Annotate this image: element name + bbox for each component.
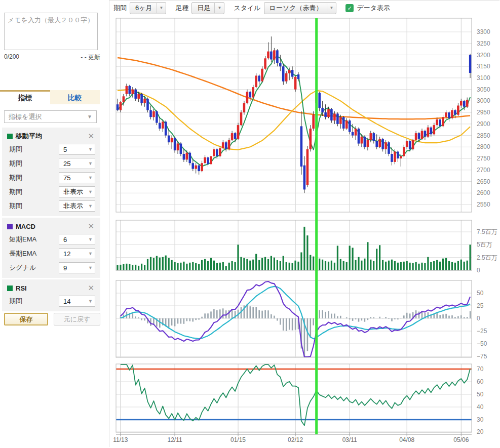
param-select[interactable]: 12 ▼ <box>59 248 95 259</box>
tab-compare[interactable]: 比較 <box>50 90 100 104</box>
param-row: 期間 5 ▼ <box>7 144 95 155</box>
svg-text:04/08: 04/08 <box>399 436 414 443</box>
indicator-card-RSI: RSI ✕ 期間 14 ▼ <box>2 279 100 311</box>
param-label: 短期EMA <box>7 235 36 244</box>
param-label: 期間 <box>7 297 22 306</box>
svg-text:12/11: 12/11 <box>168 436 182 443</box>
chevron-down-icon: ▼ <box>88 189 93 194</box>
card-header: 移動平均 ✕ <box>7 132 95 141</box>
svg-text:50: 50 <box>477 391 484 398</box>
svg-text:3150: 3150 <box>477 63 490 70</box>
card-header: RSI ✕ <box>7 283 95 293</box>
memo-updated-label: - - 更新 <box>81 53 100 62</box>
param-label: 長期EMA <box>7 249 36 258</box>
svg-text:2900: 2900 <box>477 120 490 128</box>
chart-panel: 2550260026502700275028002850290029503000… <box>109 0 499 447</box>
svg-text:2800: 2800 <box>477 143 490 150</box>
svg-text:3100: 3100 <box>477 74 490 82</box>
chevron-down-icon: ▼ <box>88 147 93 152</box>
svg-text:3050: 3050 <box>477 86 490 93</box>
svg-text:40: 40 <box>477 403 484 411</box>
sidebar-tabs: 指標 比較 <box>0 90 100 104</box>
param-value: 9 <box>63 264 67 272</box>
param-value: 非表示 <box>63 201 83 211</box>
series-color-swatch <box>7 134 13 139</box>
param-value: 12 <box>63 250 70 258</box>
svg-text:2850: 2850 <box>477 132 490 139</box>
memo-counter: 0/200 <box>4 53 19 62</box>
bar-type-dropdown[interactable]: 日足 ▼ <box>191 2 224 14</box>
param-select[interactable]: 75 ▼ <box>59 172 95 183</box>
svg-text:25: 25 <box>477 302 484 309</box>
svg-text:2.5百万: 2.5百万 <box>477 254 497 261</box>
param-value: 5 <box>63 146 67 153</box>
chevron-down-icon: ▼ <box>88 161 93 166</box>
svg-text:3300: 3300 <box>477 28 490 35</box>
param-select[interactable]: 5 ▼ <box>59 144 95 155</box>
svg-text:50: 50 <box>477 290 484 297</box>
svg-text:7.5百万: 7.5百万 <box>477 228 497 235</box>
param-row: シグナル 9 ▼ <box>7 262 95 273</box>
svg-text:01/15: 01/15 <box>230 436 246 443</box>
indicator-select[interactable]: 指標を選択 ▼ <box>4 110 97 123</box>
chevron-down-icon: ▼ <box>88 265 93 270</box>
chevron-down-icon: ▼ <box>327 3 336 13</box>
param-row: 期間 25 ▼ <box>7 158 95 169</box>
svg-text:60: 60 <box>477 378 484 385</box>
param-select[interactable]: 9 ▼ <box>59 262 95 273</box>
svg-text:0: 0 <box>477 267 480 274</box>
param-select[interactable]: 非表示 ▼ <box>59 200 95 212</box>
chevron-down-icon: ▼ <box>157 3 166 13</box>
param-label: 期間 <box>7 159 22 168</box>
memo-input[interactable] <box>4 13 98 50</box>
chevron-down-icon: ▼ <box>88 251 93 256</box>
close-icon[interactable]: ✕ <box>87 283 95 293</box>
param-value: 75 <box>63 174 70 182</box>
svg-text:02/12: 02/12 <box>288 436 303 443</box>
tab-indicators[interactable]: 指標 <box>0 90 50 104</box>
param-select[interactable]: 6 ▼ <box>59 234 95 245</box>
param-value: 14 <box>63 298 70 305</box>
param-select[interactable]: 14 ▼ <box>59 296 95 307</box>
chart-toolbar: 期間 6ヶ月 ▼ 足種 日足 ▼ スタイル ローソク（赤青） ▼ ✓ データ表示 <box>109 1 499 16</box>
svg-text:3200: 3200 <box>477 52 490 59</box>
param-select[interactable]: 25 ▼ <box>59 158 95 169</box>
card-title: MACD <box>16 223 87 230</box>
series-color-swatch <box>7 286 13 291</box>
indicator-card-MACD: MACD ✕ 短期EMA 6 ▼ 長期EMA 12 ▼ シグナル 9 ▼ <box>2 218 100 278</box>
data-display-checkbox[interactable]: ✓ <box>345 4 354 12</box>
param-row: 期間 75 ▼ <box>7 172 95 183</box>
svg-text:−50: −50 <box>477 340 487 347</box>
chevron-down-icon: ▼ <box>88 203 93 209</box>
memo-status-row: 0/200 - - 更新 <box>4 53 100 62</box>
param-row: 期間 非表示 ▼ <box>7 200 95 212</box>
close-icon[interactable]: ✕ <box>87 132 95 141</box>
svg-text:3250: 3250 <box>477 40 490 47</box>
price-chart[interactable]: 2550260026502700275028002850290029503000… <box>109 1 500 447</box>
param-row: 期間 非表示 ▼ <box>7 186 95 197</box>
svg-text:3000: 3000 <box>477 97 490 104</box>
bar-type-label: 足種 <box>175 4 188 13</box>
data-display-label: データ表示 <box>357 4 390 13</box>
series-color-swatch <box>7 224 13 229</box>
sidebar: 0/200 - - 更新 指標 比較 指標を選択 ▼ 移動平均 ✕ 期間 5 ▼… <box>0 0 109 448</box>
period-dropdown[interactable]: 6ヶ月 ▼ <box>130 2 166 14</box>
svg-text:2550: 2550 <box>477 201 490 208</box>
param-select[interactable]: 非表示 ▼ <box>59 186 95 197</box>
card-title: 移動平均 <box>16 132 87 141</box>
svg-text:70: 70 <box>477 365 484 373</box>
chevron-down-icon: ▼ <box>214 3 224 13</box>
svg-text:5百万: 5百万 <box>477 241 492 248</box>
reset-button[interactable]: 元に戻す <box>54 313 100 325</box>
param-label: シグナル <box>7 263 36 272</box>
param-label: 期間 <box>7 145 22 154</box>
param-label: 期間 <box>7 201 22 211</box>
svg-text:2700: 2700 <box>477 167 490 174</box>
style-dropdown[interactable]: ローソク（赤青） ▼ <box>264 2 337 14</box>
svg-text:03/11: 03/11 <box>342 436 357 443</box>
svg-text:−75: −75 <box>477 353 487 360</box>
close-icon[interactable]: ✕ <box>87 222 95 231</box>
save-button[interactable]: 保存 <box>4 313 48 325</box>
param-label: 期間 <box>7 173 22 182</box>
svg-text:2600: 2600 <box>477 189 490 196</box>
